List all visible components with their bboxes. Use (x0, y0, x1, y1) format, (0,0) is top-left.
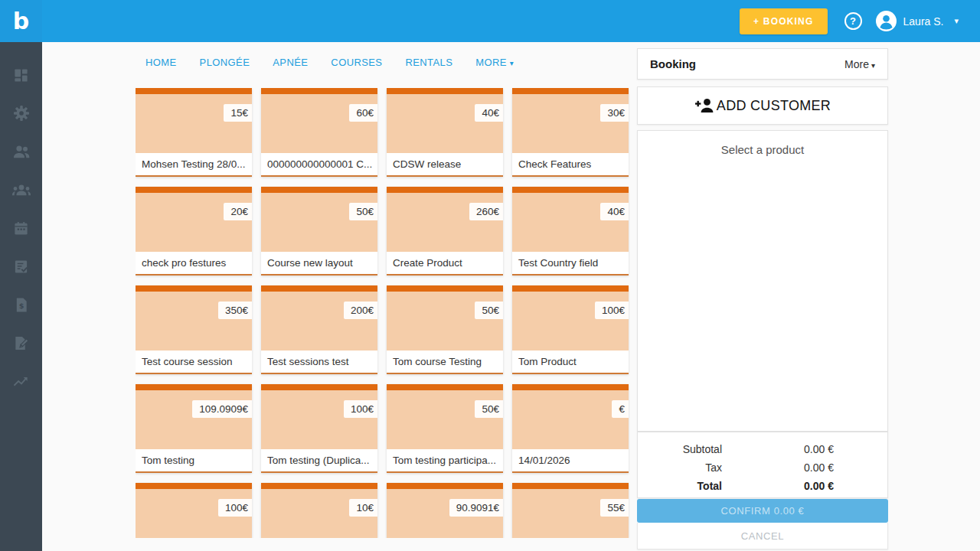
product-card[interactable]: 60€ 000000000000001 C... (261, 88, 377, 177)
help-icon[interactable]: ? (844, 12, 862, 30)
category-tab[interactable]: COURSES (331, 57, 382, 68)
card-accent-bar (261, 384, 377, 390)
product-card[interactable]: 50€ Tom testing participa... (387, 384, 503, 473)
category-tab[interactable]: APNÉE (273, 57, 308, 68)
product-card[interactable]: 20€ check pro festures (136, 187, 252, 276)
groups-icon[interactable] (0, 171, 42, 209)
booking-panel: Booking More▾ ADD CUSTOMER Select a prod… (637, 48, 888, 549)
category-tab-more[interactable]: MORE▾ (475, 57, 514, 68)
category-tab[interactable]: HOME (145, 57, 177, 68)
card-accent-bar (136, 285, 252, 292)
top-bar: b + BOOKING ? Laura S. ▾ (0, 0, 980, 42)
product-name: CDSW release (387, 153, 503, 177)
category-tab[interactable]: RENTALS (405, 57, 452, 68)
card-image-area: 55€ (512, 489, 629, 538)
product-card[interactable]: 260€ Create Product (387, 187, 503, 276)
stats-icon[interactable] (0, 362, 42, 400)
card-accent-bar (387, 187, 503, 193)
card-image-area: 15€ (136, 94, 252, 153)
product-price: € (612, 400, 629, 418)
product-name: Test Country field (512, 252, 629, 276)
product-card[interactable]: 109.0909€ Tom testing (136, 384, 252, 473)
product-price: 15€ (224, 104, 252, 122)
app-logo[interactable]: b (0, 0, 42, 42)
card-accent-bar (512, 285, 629, 292)
calendar-icon[interactable] (0, 209, 42, 247)
confirm-button[interactable]: CONFIRM 0.00 € (637, 499, 888, 523)
card-accent-bar (261, 187, 377, 193)
card-accent-bar (136, 88, 252, 94)
card-image-area: 109.0909€ (136, 390, 252, 449)
product-price: 90.9091€ (449, 499, 503, 517)
card-image-area: 200€ (261, 292, 377, 350)
tax-label: Tax (638, 461, 722, 474)
card-image-area: 20€ (136, 193, 252, 252)
product-card[interactable]: 10€ (261, 483, 377, 538)
cart-items-area: Select a product (637, 130, 888, 432)
product-name: 000000000000001 C... (261, 153, 377, 177)
bookings-list-icon[interactable] (0, 247, 42, 285)
product-price: 100€ (218, 499, 252, 517)
user-name[interactable]: Laura S. (903, 15, 944, 28)
product-card[interactable]: 100€ Tom Product (512, 285, 629, 374)
logo-letter: b (13, 8, 29, 34)
card-image-area: 100€ (512, 292, 629, 350)
product-card[interactable]: 55€ (512, 483, 629, 538)
product-price: 10€ (349, 499, 377, 517)
product-price: 50€ (475, 400, 503, 418)
booking-more-button[interactable]: More▾ (844, 58, 875, 70)
tax-value: 0.00 € (722, 461, 887, 474)
product-name: Test sessions test (261, 350, 377, 374)
product-price: 260€ (469, 203, 503, 220)
invoice-icon[interactable]: $ (0, 285, 42, 324)
card-accent-bar (136, 384, 252, 390)
product-name: Check Features (512, 153, 629, 177)
card-image-area: € (512, 390, 629, 449)
product-price: 20€ (224, 203, 252, 220)
product-card[interactable]: 50€ Course new layout (261, 187, 377, 276)
chevron-down-icon: ▾ (871, 61, 875, 70)
card-image-area: 90.9091€ (387, 489, 503, 538)
product-price: 350€ (218, 302, 252, 319)
subtotal-row: Subtotal 0.00 € (638, 440, 887, 458)
product-price: 50€ (349, 203, 377, 220)
user-avatar-icon[interactable] (876, 11, 897, 31)
product-card[interactable]: 100€ (136, 483, 252, 538)
settings-icon[interactable] (0, 94, 42, 132)
svg-text:$: $ (18, 301, 24, 309)
card-image-area: 40€ (387, 94, 503, 153)
product-card[interactable]: 200€ Test sessions test (261, 285, 377, 374)
card-image-area: 350€ (136, 292, 252, 350)
product-card[interactable]: 50€ Tom course Testing (387, 285, 503, 374)
category-tab[interactable]: PLONGÉE (200, 57, 250, 68)
product-card[interactable]: 30€ Check Features (512, 88, 629, 177)
booking-panel-header: Booking More▾ (637, 48, 888, 80)
product-grid: 15€ Mohsen Testing 28/0... 60€ 000000000… (136, 88, 630, 538)
total-label: Total (638, 480, 722, 492)
product-card[interactable]: € 14/01/2026 (512, 384, 629, 473)
product-card[interactable]: 90.9091€ (387, 483, 503, 538)
card-image-area: 50€ (387, 292, 503, 350)
booking-panel-title: Booking (650, 57, 696, 70)
tax-row: Tax 0.00 € (638, 458, 887, 477)
product-card[interactable]: 40€ Test Country field (512, 187, 629, 276)
cancel-button[interactable]: CANCEL (637, 523, 888, 549)
product-name: Mohsen Testing 28/0... (136, 153, 252, 177)
product-price: 55€ (600, 499, 629, 517)
notes-icon[interactable] (0, 324, 42, 362)
product-name: Tom testing (Duplica... (261, 449, 377, 473)
dashboard-icon[interactable] (0, 56, 42, 94)
product-card[interactable]: 15€ Mohsen Testing 28/0... (136, 88, 252, 177)
new-booking-button[interactable]: + BOOKING (740, 8, 827, 34)
user-menu-caret-icon[interactable]: ▾ (954, 16, 959, 26)
add-customer-button[interactable]: ADD CUSTOMER (637, 86, 888, 125)
card-accent-bar (387, 483, 503, 489)
card-accent-bar (387, 384, 503, 390)
product-name: 14/01/2026 (512, 449, 629, 473)
product-price: 50€ (475, 302, 503, 319)
product-card[interactable]: 350€ Test course session (136, 285, 252, 374)
product-name: Tom testing (136, 449, 252, 473)
product-card[interactable]: 40€ CDSW release (387, 88, 503, 177)
customers-icon[interactable] (0, 132, 42, 171)
product-card[interactable]: 100€ Tom testing (Duplica... (261, 384, 377, 473)
